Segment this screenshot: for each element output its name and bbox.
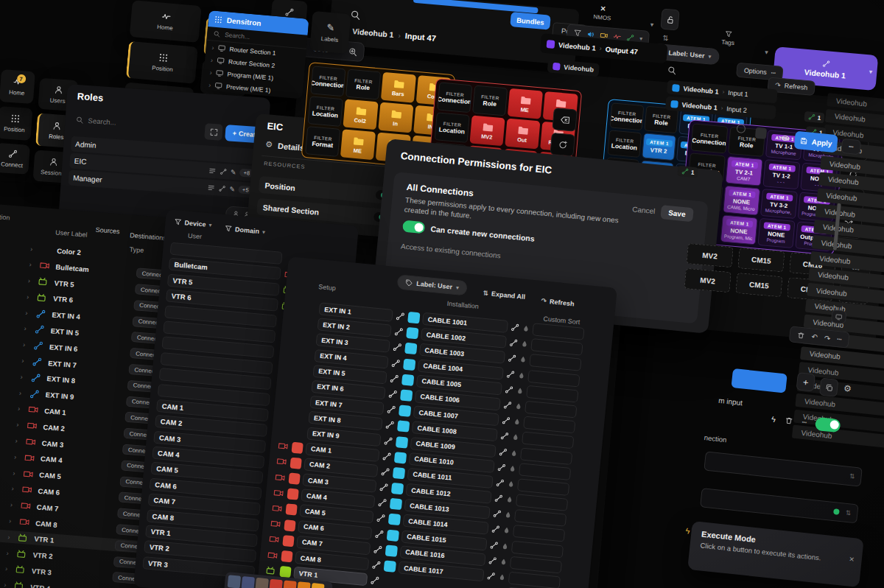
color-chip[interactable] (279, 566, 291, 578)
details-row[interactable]: ⚙ Details (265, 139, 305, 153)
label-mode-pill[interactable]: Label: User ▾ (396, 274, 468, 295)
color-chip[interactable] (290, 457, 301, 469)
custom-sort-field[interactable] (514, 509, 566, 527)
chevron-right-icon[interactable]: › (24, 325, 30, 333)
chevron-right-icon[interactable]: › (13, 469, 19, 477)
color-chip[interactable] (288, 472, 300, 484)
custom-sort-field[interactable] (511, 540, 564, 558)
chevron-right-icon[interactable]: › (25, 309, 32, 317)
chevron-right-icon[interactable]: › (30, 245, 37, 253)
chevron-right-icon[interactable]: › (11, 485, 18, 493)
cable-color-chip[interactable] (393, 467, 405, 479)
trash-icon[interactable] (784, 416, 793, 425)
layout-button[interactable] (831, 309, 847, 324)
tab-bundles[interactable]: Bundles (510, 12, 551, 30)
router-button[interactable]: Out (505, 119, 540, 150)
chevron-right-icon[interactable]: › (27, 293, 33, 301)
chevron-right-icon[interactable]: › (18, 405, 24, 413)
close-icon[interactable]: × (849, 554, 855, 565)
caret-down-icon[interactable]: ▾ (650, 21, 653, 28)
color-chip[interactable] (291, 441, 303, 453)
selected-item-pill[interactable] (413, 0, 539, 13)
router-button[interactable]: FILTER Location (607, 130, 642, 158)
color-chip[interactable] (281, 550, 292, 562)
palette-swatch[interactable] (255, 578, 269, 588)
chevron-right-icon[interactable]: › (9, 517, 15, 525)
lock-button[interactable] (660, 8, 679, 30)
custom-sort-field[interactable] (526, 385, 578, 403)
chevron-right-icon[interactable]: › (28, 277, 35, 285)
custom-sort-field[interactable] (516, 494, 568, 511)
nmos-button[interactable]: × NMOS (593, 2, 612, 21)
router-button[interactable]: FILTER Location (308, 96, 343, 127)
share-icon[interactable] (218, 184, 226, 192)
preview-tile[interactable] (755, 127, 767, 139)
cable-color-chip[interactable] (387, 529, 399, 541)
mv-cell[interactable]: CM15 (735, 273, 782, 297)
add-connection-button[interactable] (550, 133, 575, 157)
mv-cell[interactable]: MV2 (684, 268, 732, 293)
cable-color-chip[interactable] (391, 483, 404, 494)
chevron-right-icon[interactable]: › (14, 453, 21, 461)
sidebar-item-position[interactable]: Position (0, 106, 32, 141)
config-field[interactable]: ⇅ (704, 451, 863, 486)
palette-swatch[interactable] (297, 581, 311, 588)
custom-sort-field[interactable] (530, 338, 583, 356)
cable-color-chip[interactable] (403, 358, 415, 370)
custom-sort-field[interactable] (525, 401, 577, 419)
cable-color-chip[interactable] (404, 343, 417, 354)
palette-swatch[interactable] (283, 580, 297, 588)
router-button[interactable]: ME (340, 129, 376, 160)
refresh-button[interactable]: ↷ Refresh (541, 297, 575, 307)
chevron-right-icon[interactable]: › (7, 533, 14, 541)
cable-color-chip[interactable] (396, 436, 408, 448)
edit-icon[interactable]: ✎ (231, 168, 236, 176)
list-icon[interactable] (208, 167, 217, 175)
router-button[interactable]: FILTER Role (345, 69, 381, 100)
custom-sort-field[interactable] (517, 478, 569, 496)
stepper-icon[interactable]: ⇅ (849, 472, 856, 480)
eye-icon[interactable] (779, 133, 790, 144)
dots-icon[interactable]: ••• (801, 420, 807, 425)
color-chip[interactable] (287, 489, 298, 500)
custom-sort-field[interactable] (522, 432, 574, 449)
enabled-toggle[interactable] (815, 417, 841, 433)
router-button[interactable]: ME (508, 88, 543, 119)
caret-down-icon[interactable]: ▾ (765, 49, 768, 56)
router-button[interactable]: In (378, 102, 413, 133)
cable-color-chip[interactable] (397, 421, 410, 433)
scrollbar-thumb[interactable] (833, 203, 841, 251)
router-button[interactable]: FILTER Format (305, 126, 340, 157)
expand-button[interactable] (204, 123, 222, 141)
tile-labels[interactable]: ✎ Labels (309, 11, 351, 54)
chevron-right-icon[interactable]: › (4, 581, 10, 588)
router-button[interactable]: Col2 (343, 99, 378, 130)
redo-icon[interactable]: ↷ (824, 334, 830, 343)
sidebar-item-home[interactable]: 7 Home (0, 69, 35, 104)
router-button[interactable]: FILTER Location (435, 112, 470, 143)
palette-swatch[interactable] (311, 583, 325, 588)
palette-swatch[interactable] (269, 579, 283, 588)
chevron-right-icon[interactable]: › (6, 549, 13, 557)
cable-color-chip[interactable] (407, 312, 420, 323)
list-icon[interactable] (207, 183, 215, 192)
custom-sort-field[interactable] (513, 525, 565, 542)
chevron-right-icon[interactable]: › (23, 341, 29, 349)
cable-color-chip[interactable] (385, 545, 398, 556)
custom-sort-field[interactable] (523, 416, 575, 434)
custom-sort-field[interactable] (519, 463, 571, 480)
tab-destinations[interactable]: Destinations (130, 231, 166, 242)
device-filter[interactable]: Device ▾ (174, 218, 212, 228)
custom-sort-field[interactable] (510, 556, 562, 574)
router-button[interactable]: FILTER Connection (437, 82, 472, 113)
dots-icon[interactable]: ••• (837, 337, 842, 342)
expand-all-button[interactable]: ⇅ Expand All (483, 290, 525, 301)
chevron-right-icon[interactable]: › (16, 421, 23, 429)
zoom-in-icon[interactable] (348, 46, 358, 57)
custom-sort-field[interactable] (527, 369, 580, 387)
router-button[interactable]: MV2 (469, 115, 505, 146)
color-chip[interactable] (284, 519, 295, 531)
selected-field[interactable] (731, 368, 787, 393)
chevron-right-icon[interactable]: › (21, 357, 28, 365)
share-icon[interactable] (220, 167, 228, 175)
